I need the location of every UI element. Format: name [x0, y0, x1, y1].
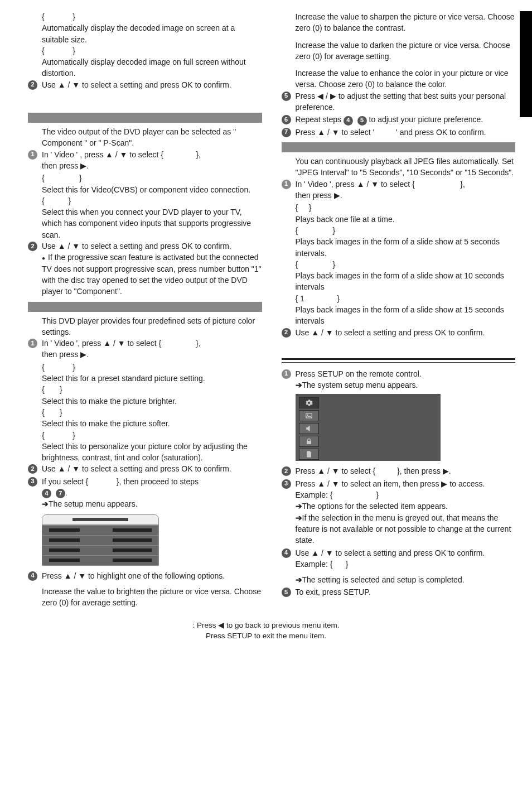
step-text: Use ▲ / ▼ to select a setting and press … — [42, 463, 262, 474]
step-text: Use ▲ / ▼ to select a setting and press … — [42, 240, 262, 252]
step-suffix: }, then press ▶. — [397, 466, 451, 475]
note-text: If the progressive scan feature is activ… — [42, 253, 262, 296]
footer-line1: : Press ◀ to go back to previous menu it… — [192, 621, 339, 629]
section-bar — [282, 142, 516, 152]
brace: { — [42, 12, 45, 21]
step-ref-4: 4 — [344, 116, 353, 126]
step-text: In ' Video ', press ▲ / ▼ to select { — [296, 180, 415, 189]
picture-icon — [299, 410, 319, 421]
step-number-2: 2 — [28, 80, 37, 90]
step-text: Repeat steps — [296, 115, 342, 124]
step-suffix: }, then proceed to steps — [117, 477, 199, 486]
step-text: Use ▲ / ▼ to select a setting and press … — [42, 79, 262, 90]
divider-thin — [282, 362, 516, 363]
brace: } — [79, 174, 82, 182]
brace: } — [332, 226, 335, 235]
step-number-1: 1 — [282, 369, 291, 379]
tint-desc: Increase the value to darken the picture… — [282, 40, 516, 62]
brace: } — [72, 46, 75, 55]
document-icon — [299, 449, 319, 460]
step-number-5: 5 — [282, 92, 291, 101]
footer: : Press ◀ to go back to previous menu it… — [0, 614, 532, 653]
system-menu-illustration — [296, 394, 441, 461]
divider-heavy — [282, 358, 516, 360]
brightness-desc: Increase the value to brighten the pictu… — [28, 586, 262, 609]
setup-menu-illustration — [42, 514, 159, 566]
section-intro: You can continuously playback all JPEG f… — [282, 156, 516, 179]
step-text: Use ▲ / ▼ to select a setting and press … — [296, 327, 516, 338]
step-number-4: 4 — [282, 548, 291, 558]
brace: } — [337, 294, 340, 303]
section-bar — [28, 113, 262, 123]
arrow-icon — [296, 381, 302, 389]
arrow-text: The setup menu appears. — [49, 499, 138, 508]
contrast-desc: Increase the value to sharpen the pictur… — [282, 11, 516, 34]
brace-close: }, — [196, 150, 201, 159]
arrow-icon — [42, 499, 49, 508]
step-text: Press SETUP on the remote control. — [296, 368, 516, 379]
brace: { — [42, 363, 45, 372]
brace: } — [60, 408, 62, 417]
example-label: Example: { — [296, 490, 333, 499]
brace: } — [60, 385, 62, 394]
brace: } — [72, 12, 75, 21]
brace: } — [72, 363, 75, 372]
step-then: then press ▶. — [42, 349, 262, 360]
color-desc: Increase the value to enhance the color … — [282, 68, 516, 90]
bullet-icon — [42, 253, 48, 262]
step-number-2: 2 — [282, 466, 291, 476]
option-desc: Select this for a preset standard pictur… — [42, 373, 262, 384]
step-number-1: 1 — [28, 339, 37, 348]
brace-close: } — [346, 560, 349, 569]
option-desc: Plays back images in the form of a slide… — [296, 304, 516, 327]
brace: { 1 — [296, 294, 304, 303]
step-text: In ' Video ', press ▲ / ▼ to select { — [42, 339, 161, 348]
step-suffix: ' and press OK to confirm. — [396, 128, 486, 137]
step-number-6: 6 — [282, 115, 291, 124]
brace: { — [296, 203, 298, 212]
footer-line2: Press SETUP to exit the menu item. — [206, 632, 326, 640]
example-label: Example: { — [296, 560, 333, 569]
option-desc: Automatically display the decoded image … — [42, 22, 262, 45]
option-desc: Select this to make the picture brighter… — [42, 396, 262, 407]
step-text: Press ▲ / ▼ to select { — [296, 466, 376, 475]
brace: } — [332, 260, 335, 269]
step-text: In ' Video ' , press ▲ / ▼ to select { — [42, 150, 163, 159]
brace: { — [42, 196, 45, 205]
gear-icon — [299, 397, 319, 408]
step-number-5: 5 — [282, 588, 291, 597]
step-text: Press ◀ / ▶ to adjust the setting that b… — [296, 90, 516, 113]
period: . — [65, 488, 67, 497]
step-number-2: 2 — [28, 242, 37, 251]
option-desc: Plays back images in the form of a slide… — [296, 236, 516, 259]
brace: { — [42, 431, 45, 440]
step-text: To exit, press SETUP. — [296, 586, 516, 598]
arrow-icon — [296, 513, 302, 522]
option-desc: Automatically display decoded image on f… — [42, 56, 262, 79]
arrow-icon — [296, 575, 302, 584]
brace-close: }, — [196, 339, 201, 348]
step-suffix: to adjust your picture preference. — [369, 115, 483, 124]
step-then: then press ▶. — [296, 190, 516, 201]
side-tab — [520, 11, 532, 117]
step-text: Press ▲ / ▼ to select ' — [296, 128, 375, 137]
step-ref-5: 5 — [357, 116, 367, 126]
step-text: If you select { — [42, 477, 88, 486]
arrow-text: The options for the selected item appear… — [302, 502, 448, 511]
step-text: Use ▲ / ▼ to select a setting and press … — [296, 547, 516, 559]
brace: { — [42, 408, 45, 417]
arrow-text: The setting is selected and setup is com… — [302, 575, 465, 584]
step-number-3: 3 — [282, 479, 291, 489]
step-ref-7: 7 — [56, 489, 65, 498]
brace: } — [68, 196, 71, 205]
brace-close: } — [376, 490, 379, 499]
arrow-text: If the selection in the menu is greyed o… — [296, 513, 511, 545]
option-desc: Select this to make the picture softer. — [42, 418, 262, 429]
option-desc: Plays back one file at a time. — [296, 214, 516, 225]
section-intro: This DVD player provides four predefined… — [28, 315, 262, 338]
step-number-2: 2 — [28, 464, 37, 474]
option-desc: Select this for Video(CVBS) or component… — [42, 184, 262, 195]
step-number-3: 3 — [28, 477, 37, 487]
step-ref-4: 4 — [42, 489, 51, 498]
step-text: Press ▲ / ▼ to highlight one of the foll… — [42, 570, 262, 581]
